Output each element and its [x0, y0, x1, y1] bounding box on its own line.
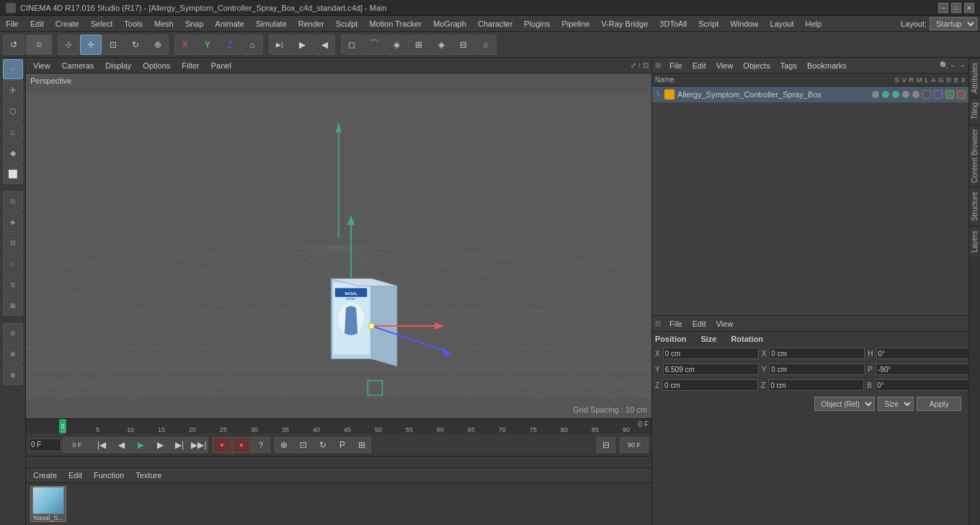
- menu-window[interactable]: Window: [724, 16, 764, 32]
- rot-h-input[interactable]: [876, 348, 972, 359]
- current-frame-input[interactable]: [29, 438, 61, 451]
- render-dot[interactable]: [892, 91, 899, 98]
- mat-menu-texture[interactable]: Texture: [133, 469, 164, 481]
- x-axis[interactable]: X: [174, 35, 196, 55]
- tool-4[interactable]: ⌂: [3, 254, 23, 274]
- vp-menu-panel[interactable]: Panel: [207, 60, 236, 71]
- menu-help[interactable]: Help: [800, 16, 828, 32]
- world-axis[interactable]: ⌂: [241, 35, 263, 55]
- menu-plugins[interactable]: Plugins: [518, 16, 556, 32]
- next-keyframe-btn[interactable]: ▶: [151, 437, 169, 453]
- key-btn[interactable]: ⊡: [294, 437, 313, 453]
- mat-menu-edit[interactable]: Edit: [66, 469, 85, 481]
- layer-dot[interactable]: [912, 91, 919, 98]
- menu-motion-tracker[interactable]: Motion Tracker: [363, 16, 427, 32]
- help-btn[interactable]: ?: [251, 437, 270, 453]
- move-tool[interactable]: ✛: [80, 35, 102, 55]
- side-tab-structure[interactable]: Structure: [969, 187, 980, 226]
- menu-file[interactable]: File: [0, 16, 24, 32]
- menu-mograph[interactable]: MoGraph: [427, 16, 472, 32]
- side-tab-tiling[interactable]: Tiling: [969, 97, 980, 124]
- redo-button[interactable]: ⊙: [26, 35, 52, 55]
- select-tool[interactable]: ⊹: [58, 35, 79, 55]
- window-controls[interactable]: ─ □ ✕: [938, 3, 974, 13]
- obj-menu-file[interactable]: File: [665, 60, 687, 71]
- light-tool[interactable]: ☼: [475, 35, 496, 55]
- timeline-ruler[interactable]: 0 0 5 10 15 20 25 30 35 40 45 50 5: [26, 419, 651, 433]
- tool-7[interactable]: ⊝: [3, 323, 23, 343]
- record-btn[interactable]: ●: [213, 437, 231, 453]
- rotate-tool[interactable]: ↻: [125, 35, 146, 55]
- move-mode[interactable]: ✛: [3, 80, 23, 100]
- menu-snap[interactable]: Snap: [179, 16, 210, 32]
- size-y-input[interactable]: [769, 363, 865, 375]
- obj-mode[interactable]: ⬜: [3, 164, 23, 184]
- vp-menu-options[interactable]: Options: [138, 60, 174, 71]
- table-row[interactable]: └ Allergy_Symptom_Controller_Spray_Box: [652, 87, 968, 102]
- position-z-input[interactable]: [662, 379, 758, 391]
- rot-b-input[interactable]: [875, 379, 971, 391]
- tool-3[interactable]: ⊡: [3, 233, 23, 253]
- menu-character[interactable]: Character: [472, 16, 518, 32]
- menu-sculpt[interactable]: Sculpt: [330, 16, 364, 32]
- tag-icon-1[interactable]: [922, 90, 931, 99]
- obj-menu-bookmarks[interactable]: Bookmarks: [803, 60, 851, 71]
- motion-dot[interactable]: [902, 91, 909, 98]
- attr-menu-edit[interactable]: Edit: [688, 318, 710, 330]
- menu-script[interactable]: Script: [692, 16, 724, 32]
- menu-simulate[interactable]: Simulate: [250, 16, 293, 32]
- cube-tool[interactable]: ◻: [341, 35, 362, 55]
- visible-dot[interactable]: [882, 91, 889, 98]
- side-tab-layers[interactable]: Layers: [969, 226, 980, 257]
- deform-tool[interactable]: ◈: [430, 35, 452, 55]
- vp-menu-cameras[interactable]: Cameras: [58, 60, 99, 71]
- point-mode[interactable]: ◆: [3, 143, 23, 163]
- menu-animate[interactable]: Animate: [210, 16, 250, 32]
- size-z-input[interactable]: [768, 379, 864, 391]
- play-button[interactable]: ▶: [131, 437, 150, 453]
- grid-btn[interactable]: ⊞: [352, 437, 371, 453]
- coord-mode-select[interactable]: Object (Rel): [814, 397, 875, 411]
- nurbs-tool[interactable]: ◈: [386, 35, 407, 55]
- tool-1[interactable]: ⊙: [3, 191, 23, 211]
- tag-icon-4[interactable]: [957, 90, 966, 99]
- size-x-input[interactable]: [769, 348, 865, 359]
- autokey-btn[interactable]: ●: [232, 437, 251, 453]
- vp-menu-filter[interactable]: Filter: [177, 60, 203, 71]
- next-frame-btn[interactable]: ▶|: [170, 437, 189, 453]
- tool-2[interactable]: ◈: [3, 212, 23, 232]
- side-tab-attributes[interactable]: Attributes: [969, 58, 980, 97]
- vp-menu-view[interactable]: View: [29, 60, 55, 71]
- selection-mode[interactable]: ⊹: [3, 59, 23, 79]
- tool-5[interactable]: S: [3, 275, 23, 295]
- tool-9[interactable]: ⊗: [3, 365, 23, 385]
- layout-dropdown[interactable]: Startup: [930, 17, 977, 30]
- play-rev[interactable]: ◀: [313, 35, 335, 55]
- maximize-button[interactable]: □: [951, 3, 961, 13]
- curve-tool[interactable]: ⌒: [363, 35, 385, 55]
- attr-menu-file[interactable]: File: [665, 318, 687, 330]
- mat-menu-function[interactable]: Function: [91, 469, 127, 481]
- edge-mode[interactable]: △: [3, 122, 23, 142]
- menu-edit[interactable]: Edit: [24, 16, 50, 32]
- menu-mesh[interactable]: Mesh: [148, 16, 179, 32]
- end-frame-input[interactable]: 90 F: [620, 437, 649, 453]
- minimize-button[interactable]: ─: [938, 3, 948, 13]
- position-x-input[interactable]: [663, 348, 759, 359]
- obj-menu-tags[interactable]: Tags: [776, 60, 801, 71]
- path-btn[interactable]: P: [333, 437, 352, 453]
- size-mode-select[interactable]: Size: [878, 397, 914, 411]
- viewport-canvas[interactable]: Perspective Grid Spacing : 10 cm: [26, 74, 651, 418]
- undo-button[interactable]: ↺: [3, 35, 24, 55]
- end-button[interactable]: ▶▶|: [190, 437, 208, 453]
- vp-menu-display[interactable]: Display: [101, 60, 135, 71]
- menu-vray[interactable]: V-Ray Bridge: [596, 16, 654, 32]
- menu-create[interactable]: Create: [50, 16, 85, 32]
- menu-pipeline[interactable]: Pipeline: [556, 16, 595, 32]
- play-fwd[interactable]: ▶: [291, 35, 313, 55]
- polygon-mode[interactable]: ⬡: [3, 101, 23, 121]
- camera-tool[interactable]: ⊟: [453, 35, 474, 55]
- rot-p-input[interactable]: [876, 363, 971, 375]
- snap-btn[interactable]: ⊕: [275, 437, 293, 453]
- menu-tools[interactable]: Tools: [118, 16, 148, 32]
